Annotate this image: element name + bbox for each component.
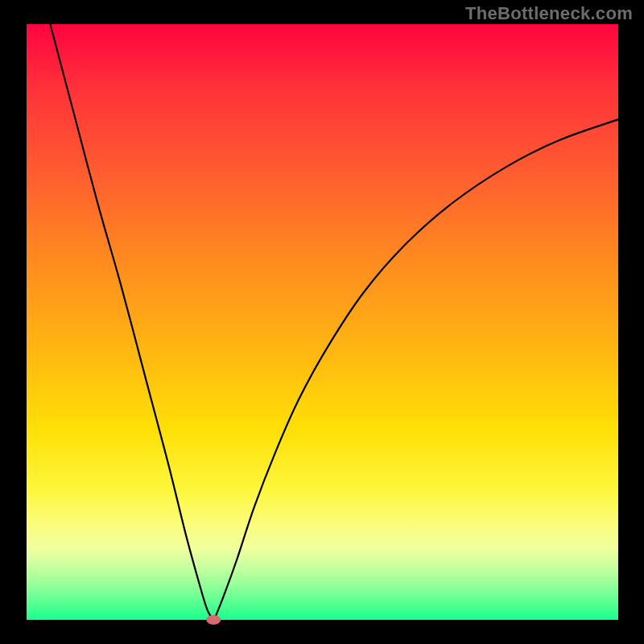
chart-frame: TheBottleneck.com	[0, 0, 644, 644]
bottleneck-curve-svg	[27, 24, 618, 620]
watermark-label: TheBottleneck.com	[465, 3, 633, 24]
bottleneck-curve	[50, 24, 618, 620]
plot-area	[27, 24, 618, 620]
minimum-marker	[206, 615, 221, 625]
